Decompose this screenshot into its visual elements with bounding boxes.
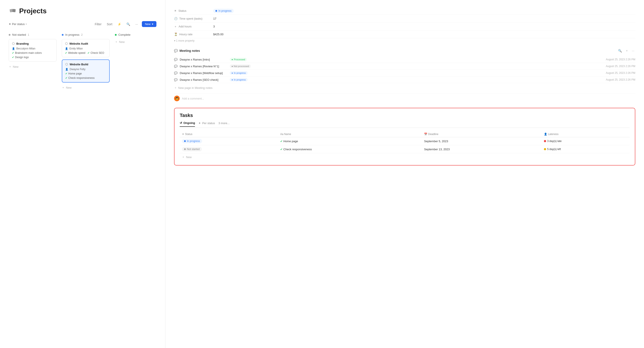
complete-label: Complete (118, 33, 130, 36)
tab-per-status[interactable]: ✦ Per status (198, 122, 215, 127)
column-header-complete: Complete (115, 33, 163, 36)
add-new-in-progress[interactable]: ＋ New (62, 85, 110, 90)
time-spent-value: 17 (213, 17, 216, 20)
table-row[interactable]: Not started ✔ Check responsiveness Septe… (180, 145, 630, 153)
check-icon: ✔ (65, 72, 68, 75)
deadline-col-icon: 📅 (424, 133, 427, 136)
kanban-board: Not started 1 ⬡ Branding 👤 Beccalynn Mil… (9, 33, 156, 90)
table-row[interactable]: In progress ✔ Home page September 5, 202… (180, 137, 630, 145)
meeting-notes-title: Meeting notes (180, 49, 616, 53)
group-by-selector[interactable]: ✦ Per status ▾ (9, 23, 27, 26)
group-by-label: Per status (12, 23, 25, 26)
task-lateness-cell: 3 day(s) late (542, 137, 630, 145)
meeting-notes-actions: 🔍 ＋ ··· (617, 48, 635, 53)
user-icon: 👤 (65, 47, 68, 50)
new-button[interactable]: New ▾ (142, 21, 156, 27)
col-deadline: 📅 Deadline (422, 131, 542, 137)
meeting-title: Dwayne x Rames [SEO check] (180, 78, 228, 82)
card-website-build[interactable]: ⬡ Website Build 👤 Dwayne Felty ✔ Home pa… (62, 60, 110, 83)
card-tasks: ✔ Website speed ✔ Check SEO (65, 51, 106, 55)
filter-button[interactable]: Filter (94, 22, 103, 27)
plus-icon: ＋ (174, 86, 177, 90)
col-name: Aa Name (278, 131, 422, 137)
meeting-title: Dwayne x Rames [Webflow setup] (180, 72, 228, 75)
task-lateness-cell: 5 day(s) left (542, 145, 630, 153)
meeting-badge: ● Not processed (230, 65, 251, 68)
meeting-icon: 💬 (174, 72, 178, 75)
name-col-icon: Aa (280, 133, 284, 136)
meeting-row[interactable]: 💬 Dwayne x Rames [Webflow setup] ● In pr… (174, 70, 635, 77)
tasks-add-row[interactable]: ＋ New (180, 153, 630, 161)
lateness-badge: 5 day(s) left (544, 148, 561, 151)
card-branding[interactable]: ⬡ Branding 👤 Beccalynn Milan ✔ Brainstor… (9, 39, 56, 62)
card-tasks: ✔ Home page (65, 72, 106, 75)
lightning-button[interactable]: ⚡ (116, 22, 122, 27)
meeting-badge: ● Processed (230, 58, 247, 61)
task-status-badge: Not started (182, 147, 202, 151)
tasks-tbody: In progress ✔ Home page September 5, 202… (180, 137, 630, 153)
chevron-down-icon: ▾ (174, 39, 175, 42)
add-new-complete[interactable]: ＋ New (115, 39, 163, 45)
add-new-not-started[interactable]: ＋ New (9, 64, 56, 70)
time-spent-label: 🕐 Time spent (tasks) (174, 17, 213, 20)
card-tasks-2: ✔ Check responsiveness (65, 77, 106, 80)
meeting-date: August 25, 2023 2:26 PM (606, 78, 635, 81)
column-header-in-progress: In progress 2 (62, 33, 110, 36)
meeting-row[interactable]: 💬 Dwayne x Rames [Intro] ● Processed Aug… (174, 56, 635, 63)
hourly-rate-property-row: ⏳ Houry rate $425.00 (174, 31, 635, 38)
status-badge: In progress (213, 9, 234, 13)
page-header: Projects (9, 7, 156, 15)
task-name-cell: ✔ Home page (278, 137, 422, 145)
task-status-cell: In progress (180, 137, 278, 145)
property-section: ☀ Status In progress 🕐 Time spent (tasks… (174, 7, 635, 42)
card-cube-icon: ⬡ (65, 63, 68, 66)
check-icon: ✔ (65, 51, 67, 55)
add-page-row[interactable]: ＋ New page in Meeting notes (174, 84, 635, 92)
search-meeting-button[interactable]: 🔍 (617, 48, 623, 53)
status-value[interactable]: In progress (213, 9, 234, 13)
more-property-toggle[interactable]: ▾ 1 more property (174, 39, 635, 42)
more-options-button[interactable]: ··· (134, 22, 139, 27)
projects-icon (9, 7, 16, 15)
in-progress-label: In progress (65, 33, 80, 36)
tab-more[interactable]: 3 more... (218, 122, 230, 127)
table-header-row: ☀ Status Aa Name 📅 Deadline 👤 Lateness (180, 131, 630, 137)
svg-rect-1 (12, 9, 16, 12)
plus-icon: ＋ (115, 40, 118, 44)
check-icon: ✔ (280, 140, 282, 143)
meeting-badge: ● In progress (230, 78, 248, 82)
add-meeting-button[interactable]: ＋ (624, 48, 629, 53)
card-website-audit[interactable]: ⬡ Website Audit 👤 Emily Milan ✔ Website … (62, 39, 110, 57)
tab-ongoing[interactable]: ↺ Ongoing (180, 121, 195, 127)
not-started-dot (9, 34, 10, 36)
tasks-table: ☀ Status Aa Name 📅 Deadline 👤 Lateness (180, 131, 630, 153)
meeting-row[interactable]: 💬 Dwayne x Rames [Review N°1] ● Not proc… (174, 63, 635, 70)
card-tasks: ✔ Brainstorm main colors (12, 51, 53, 55)
status-label: ☀ Status (174, 9, 213, 13)
add-page-label: New page in Meeting notes (178, 86, 212, 90)
plus-icon: ＋ (174, 25, 177, 29)
comment-input[interactable]: Add a comment... (182, 97, 204, 100)
add-hours-value: 3 (213, 25, 215, 28)
task-status-badge: In progress (182, 139, 202, 143)
tasks-tabs: ↺ Ongoing ✦ Per status 3 more... (180, 121, 630, 128)
meeting-title: Dwayne x Rames [Review N°1] (180, 65, 228, 68)
status-property-row: ☀ Status In progress (174, 7, 635, 15)
comment-row: 🧑 Add a comment... (174, 93, 635, 103)
search-button[interactable]: 🔍 (125, 22, 132, 27)
right-panel: ☀ Status In progress 🕐 Time spent (tasks… (165, 0, 644, 348)
check-icon: ✔ (65, 77, 68, 80)
not-started-label: Not started (12, 33, 26, 36)
sort-button[interactable]: Sort (106, 22, 114, 27)
hourly-rate-label: ⏳ Houry rate (174, 33, 213, 36)
meeting-icon: 💬 (174, 78, 178, 82)
hourly-rate-value: $425.00 (213, 33, 224, 36)
meeting-row[interactable]: 💬 Dwayne x Rames [SEO check] ● In progre… (174, 77, 635, 83)
more-meeting-button[interactable]: ··· (631, 48, 635, 53)
not-started-count: 1 (28, 33, 29, 36)
col-status: ☀ Status (180, 131, 278, 137)
user-icon: 👤 (12, 47, 15, 50)
meeting-badge: ● In progress (230, 71, 248, 75)
hourglass-icon: ⏳ (174, 33, 178, 36)
page-title: Projects (19, 7, 46, 15)
